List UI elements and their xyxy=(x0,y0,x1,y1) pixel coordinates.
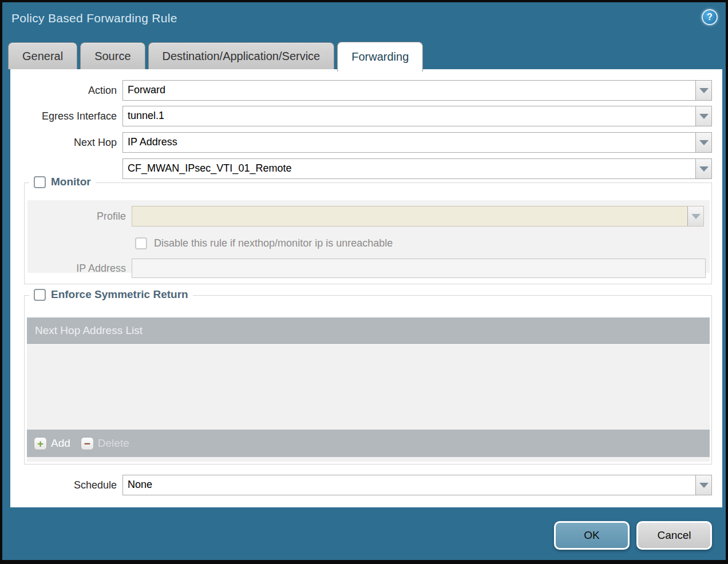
profile-value xyxy=(132,206,687,226)
monitor-legend: Monitor xyxy=(29,176,96,188)
table-toolbar: + Add − Delete xyxy=(27,430,710,457)
schedule-row: Schedule None xyxy=(10,475,720,495)
schedule-label: Schedule xyxy=(10,479,122,491)
profile-label: Profile xyxy=(27,210,132,223)
monitor-legend-label: Monitor xyxy=(51,176,91,188)
schedule-dropdown-button[interactable] xyxy=(695,475,711,495)
next-hop-type-dropdown-button[interactable] xyxy=(695,133,711,152)
enforce-symmetric-return-legend: Enforce Symmetric Return xyxy=(29,288,193,301)
egress-interface-value: tunnel.1 xyxy=(123,106,695,126)
add-button-label: Add xyxy=(51,437,70,450)
content-panel: Action Forward Egress Interface tunnel.1… xyxy=(10,69,722,507)
chevron-down-icon xyxy=(699,166,709,172)
next-hop-address-list-header: Next Hop Address List xyxy=(27,317,710,344)
action-row: Action Forward xyxy=(10,80,720,101)
egress-interface-label: Egress Interface xyxy=(10,110,122,122)
egress-interface-dropdown-button[interactable] xyxy=(695,106,711,126)
schedule-value: None xyxy=(123,475,695,495)
egress-interface-dropdown[interactable]: tunnel.1 xyxy=(122,106,712,126)
cancel-button[interactable]: Cancel xyxy=(636,521,712,550)
tab-destination-application-service[interactable]: Destination/Application/Service xyxy=(148,42,335,69)
enforce-symmetric-return-label: Enforce Symmetric Return xyxy=(51,288,188,301)
delete-button: − Delete xyxy=(81,437,129,450)
chevron-down-icon xyxy=(699,114,709,119)
action-label: Action xyxy=(10,85,122,97)
chevron-down-icon xyxy=(699,483,709,488)
profile-dropdown xyxy=(132,206,704,227)
next-hop-address-dropdown[interactable]: CF_MWAN_IPsec_VTI_01_Remote xyxy=(122,158,712,179)
next-hop-address-table: Next Hop Address List + Add − Delete xyxy=(27,317,710,462)
enforce-symmetric-return-checkbox[interactable] xyxy=(34,289,46,301)
monitor-ip-row: IP Address xyxy=(27,258,709,279)
tab-forwarding[interactable]: Forwarding xyxy=(337,42,423,72)
action-dropdown[interactable]: Forward xyxy=(122,80,712,101)
dialog-title: Policy Based Forwarding Rule xyxy=(11,11,177,25)
monitor-ip-address-input xyxy=(132,259,706,278)
add-button[interactable]: + Add xyxy=(34,437,70,450)
next-hop-label: Next Hop xyxy=(10,137,122,149)
action-dropdown-button[interactable] xyxy=(695,81,711,100)
help-icon[interactable]: ? xyxy=(702,9,718,25)
profile-dropdown-button xyxy=(687,206,703,226)
tab-bar: General Source Destination/Application/S… xyxy=(8,42,423,69)
chevron-down-icon xyxy=(699,88,709,93)
enforce-symmetric-return-section: Enforce Symmetric Return Next Hop Addres… xyxy=(24,295,712,464)
next-hop-address-list-body[interactable] xyxy=(27,344,710,430)
next-hop-type-value: IP Address xyxy=(123,133,695,152)
next-hop-address-dropdown-button[interactable] xyxy=(695,159,711,178)
minus-icon: − xyxy=(81,437,94,450)
title-bar: Policy Based Forwarding Rule ? xyxy=(2,2,726,37)
monitor-profile-row: Profile xyxy=(27,206,709,227)
delete-button-label: Delete xyxy=(98,437,129,450)
monitor-checkbox[interactable] xyxy=(34,176,46,188)
action-value: Forward xyxy=(123,81,695,100)
monitor-disable-row: Disable this rule if nexthop/monitor ip … xyxy=(135,233,393,253)
monitor-body: Profile Disable this rule if nexthop/mon… xyxy=(27,200,710,273)
chevron-down-icon xyxy=(699,140,709,145)
tab-source[interactable]: Source xyxy=(80,42,145,69)
egress-interface-row: Egress Interface tunnel.1 xyxy=(10,106,720,126)
next-hop-address-value: CF_MWAN_IPsec_VTI_01_Remote xyxy=(123,159,695,178)
table-bottom-strip xyxy=(27,457,710,462)
monitor-section: Monitor Profile Disable this rule xyxy=(24,182,712,284)
next-hop-address-row: CF_MWAN_IPsec_VTI_01_Remote xyxy=(10,158,720,179)
ok-button[interactable]: OK xyxy=(554,521,630,550)
tab-general[interactable]: General xyxy=(8,42,77,69)
chevron-down-icon xyxy=(691,214,701,219)
disable-rule-label: Disable this rule if nexthop/monitor ip … xyxy=(154,237,393,249)
disable-rule-checkbox xyxy=(135,237,147,249)
monitor-ip-address-label: IP Address xyxy=(27,263,132,275)
pbf-rule-dialog: Policy Based Forwarding Rule ? General S… xyxy=(0,0,728,564)
next-hop-type-dropdown[interactable]: IP Address xyxy=(122,132,712,153)
plus-icon: + xyxy=(34,437,47,450)
question-mark-glyph: ? xyxy=(707,12,713,22)
next-hop-row: Next Hop IP Address xyxy=(10,132,720,153)
schedule-dropdown[interactable]: None xyxy=(122,475,712,495)
